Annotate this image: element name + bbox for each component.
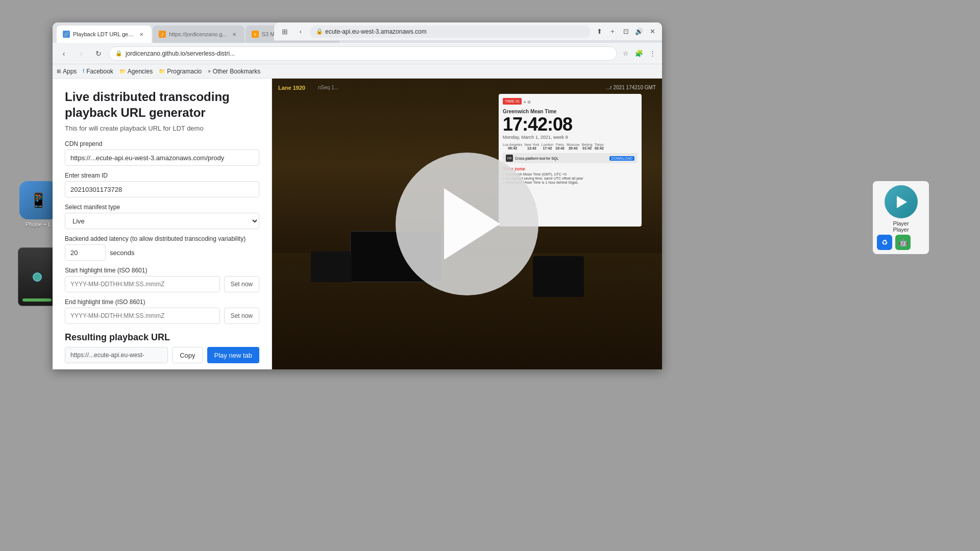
right-side-icons: Player Player ♻ 🤖 [873, 181, 929, 254]
latency-group: Backend added latency (to allow distribu… [65, 235, 259, 261]
stream-id-label: Enter stream ID [65, 172, 259, 179]
phone-icon-image: 📱 [19, 181, 58, 219]
facebook-icon: f [83, 68, 84, 74]
bookmark-agencies[interactable]: 📁 Agencies [119, 68, 153, 75]
address-text-2: ecute-api.eu-west-3.amazonaws.com [325, 28, 427, 35]
latency-input[interactable] [65, 244, 106, 261]
latency-row: seconds [65, 244, 259, 261]
bookmark-facebook[interactable]: f Facebook [83, 68, 113, 75]
desktop: 📱 Phone + L Player Player ♻ 🤖 🔗 [0, 0, 980, 551]
bookmark-programacio[interactable]: 📁 Programacio [159, 68, 202, 75]
sidebar-icon-2[interactable]: ⊡ [620, 26, 631, 37]
result-url-display: https://...ecute-api.eu-west- [65, 347, 168, 363]
bookmark-agencies-label: Agencies [128, 68, 153, 75]
agencies-icon: 📁 [119, 68, 126, 74]
bookmarks-bar: ⊞ Apps f Facebook 📁 Agencies 📁 Programac… [53, 64, 662, 79]
manifest-type-select[interactable]: Live VOD [65, 213, 259, 229]
player-label2: Player [877, 227, 925, 233]
bookmark-facebook-label: Facebook [86, 68, 113, 75]
latency-unit: seconds [110, 249, 134, 257]
url-text: jordicenzano.github.io/serverless-distri… [126, 50, 235, 57]
manifest-type-group: Select manifest type Live VOD [65, 204, 259, 229]
copy-button[interactable]: Copy [172, 347, 203, 363]
phone-bar [22, 298, 52, 302]
back-button-2[interactable]: ‹ [295, 26, 307, 38]
phone-screenshot [18, 247, 56, 306]
bookmark-star-icon[interactable]: ☆ [620, 48, 631, 59]
android-green-icon[interactable]: 🤖 [895, 235, 911, 250]
forward-button[interactable]: › [74, 46, 88, 61]
cdn-prepend-group: CDN prepend [65, 140, 259, 166]
browser-content: Live distributed transcoding playback UR… [53, 79, 662, 369]
tab-close-1[interactable]: ✕ [137, 30, 145, 38]
video-panel: Lane 1920 nSeq 1... ...r 2021 174210 GMT… [272, 79, 662, 369]
tab-favicon-1: 🔗 [63, 31, 70, 38]
page-title: Live distributed transcoding playback UR… [65, 89, 259, 120]
secure-icon-2: 🔒 [316, 28, 323, 35]
stream-id-input[interactable] [65, 181, 259, 197]
player-circle [885, 185, 918, 218]
bookmark-other-label: Other Bookmarks [213, 68, 260, 75]
url-result-row: https://...ecute-api.eu-west- Copy Play … [65, 347, 259, 363]
result-url-text: https://...ecute-api.eu-west- [70, 352, 144, 359]
share-icon-2[interactable]: ⬆ [594, 26, 605, 37]
address-icons: ☆ 🧩 ⋮ [620, 48, 658, 59]
phone-screenshot-inner [18, 248, 56, 306]
player-label: Player [877, 220, 925, 227]
cdn-prepend-input[interactable] [65, 149, 259, 166]
player-triangle-icon [897, 196, 907, 208]
tab-playback-ldt[interactable]: 🔗 Playback LDT URL gen... ✕ [57, 26, 152, 43]
mute-icon[interactable]: 🔊 [633, 26, 645, 37]
apps-icon: ⊞ [57, 68, 61, 74]
play-arrow-icon [444, 188, 500, 260]
bookmark-apps[interactable]: ⊞ Apps [57, 68, 77, 75]
extensions-icon[interactable]: 🧩 [633, 48, 645, 59]
play-overlay [272, 79, 662, 369]
secure-icon: 🔒 [115, 50, 122, 57]
webpage-panel: Live distributed transcoding playback UR… [53, 79, 272, 369]
bookmark-other[interactable]: » Other Bookmarks [208, 68, 260, 75]
end-set-now-button[interactable]: Set now [224, 308, 259, 324]
manifest-type-label: Select manifest type [65, 204, 259, 211]
reload-button[interactable]: ↻ [91, 46, 106, 61]
start-time-row: Set now [65, 276, 259, 292]
bookmark-programacio-label: Programacio [167, 68, 202, 75]
phone-dot [33, 272, 42, 282]
end-time-row: Set now [65, 308, 259, 324]
end-highlight-group: End highlight time (ISO 8601) Set now [65, 298, 259, 324]
bookmark-apps-label: Apps [63, 68, 77, 75]
play-new-tab-button[interactable]: Play new tab [207, 347, 259, 363]
start-highlight-group: Start highlight time (ISO 8601) Set now [65, 267, 259, 292]
other-bookmarks-icon: » [208, 68, 211, 74]
end-highlight-label: End highlight time (ISO 8601) [65, 298, 259, 306]
programacio-icon: 📁 [159, 68, 165, 74]
android-blue-icon[interactable]: ♻ [877, 235, 892, 250]
player-widget[interactable]: Player Player ♻ 🤖 [873, 181, 929, 254]
start-set-now-button[interactable]: Set now [224, 276, 259, 292]
address-input-2[interactable]: 🔒 ecute-api.eu-west-3.amazonaws.com [310, 26, 591, 38]
start-highlight-label: Start highlight time (ISO 8601) [65, 267, 259, 274]
cdn-prepend-label: CDN prepend [65, 140, 259, 147]
new-tab-icon-2[interactable]: + [607, 26, 618, 37]
result-section-title: Resulting playback URL [65, 332, 259, 343]
address-bar: ‹ › ↻ 🔒 jordicenzano.github.io/serverles… [53, 43, 662, 64]
sidebar-toggle[interactable]: ⊞ [278, 25, 291, 38]
second-browser-icons: ⬆ + ⊡ 🔊 ✕ [594, 26, 658, 37]
second-browser-address-bar: ⊞ ‹ 🔒 ecute-api.eu-west-3.amazonaws.com … [274, 22, 662, 41]
start-highlight-input[interactable] [65, 276, 220, 292]
stream-id-group: Enter stream ID [65, 172, 259, 197]
close-icon-2[interactable]: ✕ [647, 26, 658, 37]
tab-label-1: Playback LDT URL gen... [73, 31, 134, 37]
tab-close-2[interactable]: ✕ [230, 30, 238, 38]
play-button[interactable] [396, 153, 538, 295]
main-browser-window: 🔗 Playback LDT URL gen... ✕ J https://jo… [53, 22, 662, 369]
android-icons: ♻ 🤖 [877, 235, 925, 250]
end-highlight-input[interactable] [65, 308, 220, 324]
latency-label: Backend added latency (to allow distribu… [65, 235, 259, 242]
page-description: This for will create playback URL for LD… [65, 124, 259, 132]
more-icon[interactable]: ⋮ [647, 48, 658, 59]
back-button[interactable]: ‹ [57, 46, 71, 61]
tab-jordicenzano[interactable]: J https://jordicenzano.g... ✕ [153, 26, 244, 43]
address-input[interactable]: 🔒 jordicenzano.github.io/serverless-dist… [109, 46, 617, 61]
tab-favicon-3: S [252, 31, 259, 38]
